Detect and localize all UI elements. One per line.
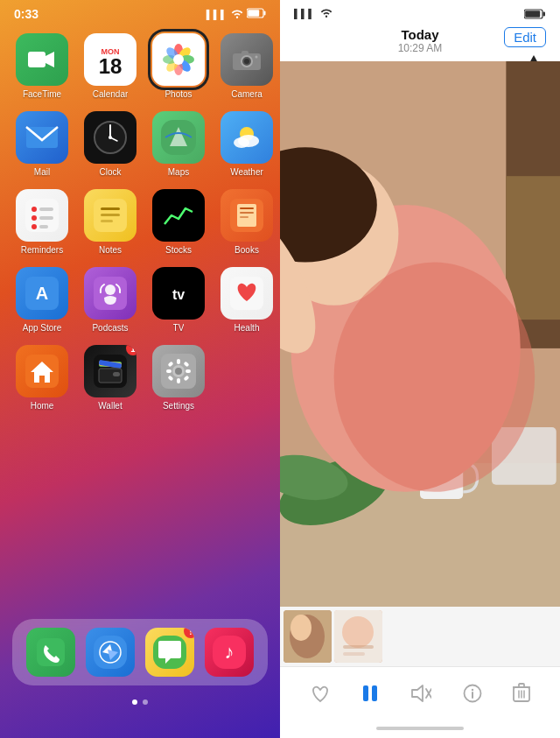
trash-button[interactable] — [513, 683, 530, 703]
svg-text:A: A — [36, 284, 48, 303]
svg-rect-37 — [101, 214, 120, 216]
dock-phone[interactable] — [26, 628, 75, 677]
app-podcasts[interactable]: Podcasts — [80, 267, 140, 333]
iphone-screen: 0:33 ▌▌▌ FaceTime MON 18 Calendar — [0, 0, 280, 738]
stocks-label: Stocks — [165, 245, 192, 255]
mute-button[interactable] — [410, 684, 431, 703]
app-books[interactable]: Books — [217, 189, 276, 255]
app-facetime[interactable]: FaceTime — [12, 33, 72, 99]
app-maps[interactable]: Maps — [149, 111, 208, 177]
app-settings[interactable]: Settings — [149, 345, 208, 411]
appstore-label: App Store — [23, 323, 61, 333]
heart-icon — [310, 684, 331, 703]
app-clock[interactable]: Clock — [80, 111, 140, 177]
svg-rect-64 — [177, 378, 180, 383]
photos-app: ▌▌▌ Today 10:29 AM Edit — [280, 0, 560, 738]
maps-icon — [161, 120, 196, 155]
svg-rect-17 — [242, 51, 248, 55]
thumbnail-strip[interactable] — [280, 607, 560, 666]
app-tv[interactable]: tv TV — [149, 267, 208, 333]
pause-icon — [361, 684, 379, 703]
home-icon-bg — [16, 345, 68, 397]
appstore-icon-bg: A — [16, 267, 68, 320]
signal-bars: ▌▌▌ — [294, 9, 315, 18]
main-photo[interactable] — [280, 61, 560, 607]
svg-rect-84 — [506, 176, 560, 320]
music-icon: ♪ — [213, 636, 246, 669]
svg-rect-2 — [264, 11, 266, 16]
app-wallet[interactable]: 1 Wallet — [80, 345, 140, 411]
svg-point-62 — [175, 368, 182, 375]
app-reminders[interactable]: Reminders — [12, 189, 72, 255]
weather-label: Weather — [230, 167, 263, 177]
app-calendar[interactable]: MON 18 Calendar — [80, 33, 140, 99]
app-notes[interactable]: Notes — [80, 189, 140, 255]
app-appstore[interactable]: A App Store — [12, 267, 72, 333]
iphone-status-bar: 0:33 ▌▌▌ — [0, 0, 280, 25]
status-time: 0:33 — [14, 7, 38, 21]
calendar-day: 18 — [99, 56, 122, 77]
app-camera[interactable]: Camera — [217, 33, 276, 99]
svg-rect-36 — [101, 207, 120, 210]
weather-icon — [229, 122, 264, 153]
svg-point-29 — [32, 207, 37, 212]
settings-icon-bg — [152, 345, 205, 397]
svg-rect-38 — [101, 220, 113, 222]
app-health[interactable]: Health — [217, 267, 276, 333]
photos-bottom-bar — [280, 666, 560, 719]
tv-icon-bg: tv — [152, 267, 205, 320]
app-stocks[interactable]: Stocks — [149, 189, 208, 255]
svg-point-100 — [342, 616, 374, 648]
home-icon — [25, 355, 59, 388]
stocks-icon — [161, 200, 196, 231]
camera-label: Camera — [231, 89, 262, 99]
app-grid: FaceTime MON 18 Calendar — [0, 25, 280, 419]
signal-icon: ▌▌▌ — [206, 10, 228, 19]
svg-rect-39 — [161, 200, 196, 231]
podcasts-label: Podcasts — [92, 323, 128, 333]
phone-icon-bg — [26, 628, 75, 677]
svg-rect-102 — [343, 652, 365, 656]
svg-point-31 — [32, 215, 37, 221]
app-home[interactable]: Home — [12, 345, 72, 411]
svg-rect-104 — [372, 685, 377, 701]
svg-point-27 — [234, 137, 249, 148]
svg-point-33 — [32, 224, 37, 229]
svg-rect-43 — [240, 212, 254, 214]
photos-signal: ▌▌▌ — [294, 7, 332, 20]
svg-rect-34 — [39, 225, 48, 228]
reminders-icon — [25, 199, 59, 232]
heart-button[interactable] — [310, 684, 331, 703]
home-label: Home — [31, 401, 54, 411]
svg-point-18 — [256, 56, 258, 59]
pause-button[interactable] — [361, 684, 379, 703]
svg-text:tv: tv — [172, 287, 185, 302]
svg-rect-103 — [363, 685, 368, 701]
thumbnail-1[interactable] — [284, 610, 332, 663]
photos-nav: Today 10:29 AM Edit — [280, 24, 560, 61]
page-dots — [132, 699, 148, 705]
photos-status-bar: ▌▌▌ — [280, 0, 560, 24]
dock-safari[interactable] — [86, 628, 135, 677]
health-icon — [230, 277, 263, 310]
svg-rect-113 — [519, 684, 524, 687]
wallet-icon-bg: 1 — [84, 345, 136, 397]
calendar-icon-bg: MON 18 — [84, 33, 136, 86]
thumbnail-2[interactable] — [334, 610, 382, 663]
photos-title-main: Today — [398, 27, 443, 42]
dock-messages[interactable]: ! — [145, 628, 194, 677]
info-button[interactable] — [463, 684, 482, 703]
app-photos[interactable]: Photos — [149, 33, 208, 99]
facetime-label: FaceTime — [23, 89, 61, 99]
app-weather[interactable]: Weather — [217, 111, 276, 177]
dock-music[interactable]: ♪ — [205, 628, 254, 677]
edit-button[interactable]: Edit — [504, 27, 546, 47]
home-bar — [376, 727, 464, 730]
svg-text:♪: ♪ — [225, 641, 234, 663]
svg-point-23 — [108, 136, 112, 139]
app-mail[interactable]: Mail — [12, 111, 72, 177]
thumb2-image — [334, 610, 382, 663]
photo-content — [280, 61, 560, 607]
safari-icon-bg — [86, 628, 135, 677]
mail-icon-bg — [16, 111, 68, 164]
